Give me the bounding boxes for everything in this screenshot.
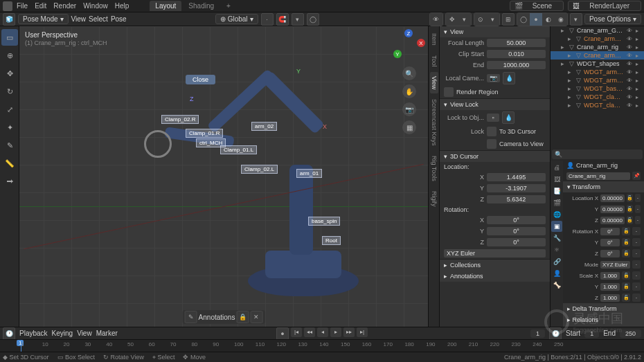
disclosure-icon[interactable]: ▸ <box>566 77 573 84</box>
shading-solid-icon[interactable]: ● <box>530 13 542 26</box>
nav-gizmo[interactable]: X Y Z <box>395 30 424 60</box>
eye-icon[interactable]: 👁 <box>627 44 634 51</box>
lock-icon[interactable]: 🔓 <box>622 249 630 257</box>
gizmo-icon[interactable]: ✥ <box>446 13 458 26</box>
bone-label[interactable]: Root <box>322 236 341 245</box>
disclosure-icon[interactable]: ▸ <box>566 102 573 109</box>
obj-locz[interactable]: 0.00000 <box>600 217 625 224</box>
jump-start-icon[interactable]: |◂ <box>291 327 302 337</box>
outliner-row[interactable]: ▸▽WDGT_base_spin👁▸ <box>551 84 644 93</box>
lock-icon[interactable]: 🔓 <box>622 271 630 280</box>
vtab-rigtools[interactable]: Rig Tools <box>430 152 438 185</box>
annot-lock-icon[interactable]: 🔒 <box>236 311 249 323</box>
tocursor-checkbox[interactable] <box>487 127 497 136</box>
tool-cursor[interactable]: ⊕ <box>1 47 18 64</box>
anim-icon[interactable]: · <box>632 293 641 302</box>
chevron-down-icon[interactable]: ▾ <box>567 183 571 190</box>
viewlayer-selector[interactable]: 🖼RenderLayer <box>568 1 641 11</box>
lock-icon[interactable]: 🔓 <box>622 238 630 246</box>
obj-locy[interactable]: 0.00000 <box>600 206 625 213</box>
eye-icon[interactable]: 👁 <box>627 36 634 42</box>
axis-x-icon[interactable]: X <box>417 39 425 47</box>
tl-playback[interactable]: Playback <box>19 329 48 337</box>
tl-marker[interactable]: Marker <box>96 329 118 337</box>
pivot-icon[interactable]: · <box>261 13 274 26</box>
vtab-view[interactable]: View <box>430 72 438 93</box>
shading-wire-icon[interactable]: ◯ <box>517 13 530 26</box>
close-button[interactable]: Close <box>186 75 215 84</box>
menu-edit[interactable]: Edit <box>35 2 46 10</box>
zoom-icon[interactable]: 🔍 <box>402 66 416 80</box>
proportional-icon[interactable]: ◯ <box>307 13 319 26</box>
chevron-down-icon[interactable]: ▾ <box>444 153 447 160</box>
bone-label[interactable]: arm_01 <box>296 169 322 178</box>
anim-icon[interactable]: · <box>632 271 641 280</box>
disclosure-icon[interactable]: ▸ <box>566 35 573 42</box>
tool-rotate[interactable]: ↻ <box>1 83 18 100</box>
eye-icon[interactable]: 👁 <box>627 94 634 100</box>
restrict-icon[interactable]: ▸ <box>636 44 643 51</box>
disclosure-icon[interactable]: ▸ <box>566 93 573 100</box>
disclosure-icon[interactable]: ▸ <box>566 69 573 75</box>
armature-name-field[interactable]: Crane_arm_rig <box>566 172 630 180</box>
eyedropper-icon[interactable]: 💧 <box>502 111 515 124</box>
editor-type-icon[interactable]: 🧊 <box>3 13 15 26</box>
roty-input[interactable]: 0° <box>487 227 546 235</box>
localcam-field[interactable]: 📷 <box>487 74 500 82</box>
tool-extrude[interactable]: ⮕ <box>1 173 18 190</box>
camtoview-checkbox[interactable] <box>487 139 497 149</box>
anim-icon[interactable]: · <box>635 205 641 213</box>
disclosure-icon[interactable]: ▸ <box>559 60 566 67</box>
lock-icon[interactable]: 🔓 <box>627 216 633 224</box>
context-path[interactable]: Crane_arm_rig <box>576 162 618 169</box>
renderregion-checkbox[interactable] <box>444 87 454 97</box>
obj-locx[interactable]: 0.00000 <box>600 194 625 202</box>
blender-logo-icon[interactable] <box>3 1 12 11</box>
collections-header[interactable]: Collections <box>450 262 481 269</box>
menu-render[interactable]: Render <box>53 2 76 10</box>
outliner-row[interactable]: ▸▽Crane_arm_rig👁▸ <box>551 43 644 51</box>
prev-key-icon[interactable]: ◂◂ <box>304 327 315 337</box>
ptab-scene-icon[interactable]: 🎬 <box>551 197 562 208</box>
locx-input[interactable]: 1.4495 <box>487 173 546 181</box>
play-icon[interactable]: ▸ <box>330 327 341 337</box>
menu-help[interactable]: Help <box>115 2 129 10</box>
ptab-viewlayer-icon[interactable]: 📑 <box>551 185 562 197</box>
annotations-header[interactable]: Annotations <box>450 273 483 280</box>
ptab-render-icon[interactable]: 🖨 <box>551 162 562 173</box>
restrict-icon[interactable]: ▸ <box>636 86 643 92</box>
outliner-row[interactable]: ▸▽WDGT_arm_01👁▸ <box>551 68 644 76</box>
pose-options[interactable]: Pose Options▾ <box>584 14 641 24</box>
focal-input[interactable]: 50.000 <box>487 39 546 47</box>
orientation-select[interactable]: ⊕Global▾ <box>215 14 258 24</box>
tool-scale[interactable]: ⤢ <box>1 101 18 118</box>
ptab-output-icon[interactable]: 🖼 <box>551 174 562 185</box>
anim-icon[interactable]: · <box>632 260 641 269</box>
workspace-tab-shading[interactable]: Shading <box>183 1 220 11</box>
outliner-row[interactable]: ▸▽Crane_arm_rig👁▸ <box>551 51 644 60</box>
gizmo-drop-icon[interactable]: ▾ <box>458 13 471 26</box>
start-frame[interactable]: 1 <box>584 329 599 338</box>
anim-icon[interactable]: · <box>632 282 641 291</box>
pin-icon[interactable]: 📌 <box>632 172 641 180</box>
rotx-input[interactable]: 0° <box>487 216 546 224</box>
perspective-toggle-icon[interactable]: ▦ <box>402 120 416 134</box>
vtab-screencast[interactable]: Screencast Keys <box>430 95 438 150</box>
preview-range-icon[interactable]: 🕐 <box>549 327 562 340</box>
vtab-tool[interactable]: Tool <box>430 51 438 71</box>
vtab-item[interactable]: Item <box>430 29 438 50</box>
play-rev-icon[interactable]: ◂ <box>317 327 328 337</box>
tl-view[interactable]: View <box>77 329 92 337</box>
shading-matprev-icon[interactable]: ◐ <box>542 13 555 26</box>
lock-icon[interactable]: 🔓 <box>627 194 633 202</box>
eye-icon[interactable]: 👁 <box>627 102 634 109</box>
3d-viewport[interactable]: User Perspective (1) Crane_arm_rig : ctr… <box>19 26 428 327</box>
eyedropper-icon[interactable]: 💧 <box>503 72 515 84</box>
restrict-icon[interactable]: ▸ <box>636 28 643 34</box>
axis-z-icon[interactable]: Z <box>404 29 413 37</box>
outliner-search[interactable]: 🔍 <box>552 150 643 159</box>
lock-icon[interactable]: 🔓 <box>622 282 630 291</box>
tl-keying[interactable]: Keying <box>52 329 73 337</box>
timeline-ruler[interactable]: 1102030405060708090100110120130140150160… <box>0 339 644 352</box>
outliner-row[interactable]: ▸▽WDGT_arm_02👁▸ <box>551 76 644 84</box>
